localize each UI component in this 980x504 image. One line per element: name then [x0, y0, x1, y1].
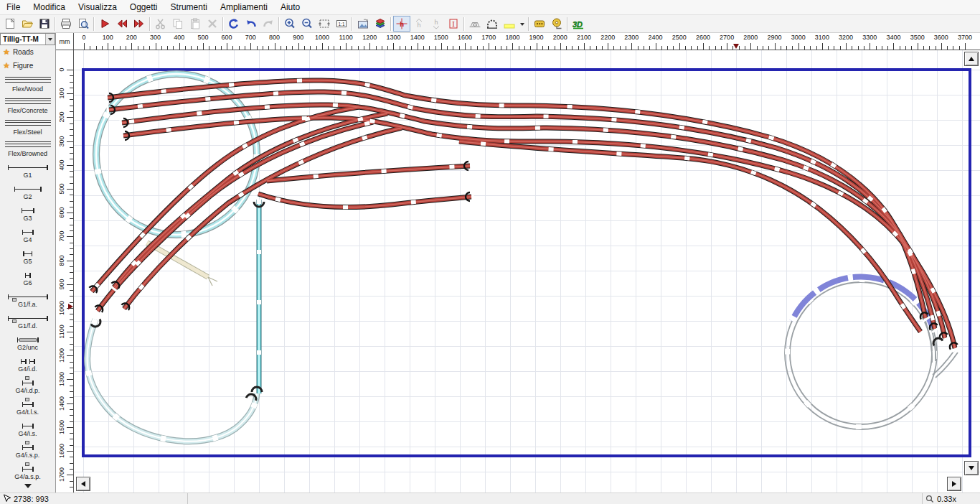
new-button[interactable] — [1, 16, 19, 32]
copy-button[interactable] — [169, 16, 187, 32]
print-preview-button[interactable] — [75, 16, 92, 32]
bridge-button[interactable] — [466, 16, 484, 32]
ruler-tick — [733, 44, 739, 50]
library-item-g4isp[interactable]: G4/i.s.p. — [0, 439, 55, 460]
library-item-g6[interactable]: G6 — [0, 266, 55, 288]
scroll-down-button[interactable] — [964, 461, 979, 475]
ruler-tick — [882, 46, 882, 50]
undo-button[interactable] — [242, 16, 260, 32]
library-item-g1[interactable]: G1 — [0, 159, 55, 180]
layers-button[interactable] — [372, 16, 389, 32]
scroll-right-button[interactable] — [947, 477, 961, 491]
selector-dropdown-button[interactable] — [45, 34, 55, 45]
library-item-g4tls[interactable]: G4/t.l.s. — [0, 396, 55, 417]
ruler-label: 1000 — [311, 34, 333, 41]
menu-oggetti[interactable]: Oggetti — [123, 1, 164, 14]
ruler-tick — [364, 46, 364, 50]
rewind-button[interactable] — [113, 16, 131, 32]
forward-button[interactable] — [131, 16, 148, 32]
library-item-g1fa[interactable]: G1/f.a. — [0, 288, 55, 309]
ruler-horizontal[interactable]: 0100200300400500600700800900100011001200… — [74, 33, 980, 50]
open-button[interactable] — [19, 16, 36, 32]
run-button[interactable] — [96, 16, 113, 32]
tunnel-button[interactable] — [484, 16, 501, 32]
library-item-g4[interactable]: G4 — [0, 223, 55, 245]
ruler-tick — [70, 218, 73, 219]
ruler-tick — [400, 46, 400, 50]
highlight-dropdown[interactable] — [518, 16, 527, 32]
menu-file[interactable]: File — [0, 1, 27, 14]
save-button[interactable] — [36, 16, 53, 32]
print-button[interactable] — [57, 16, 75, 32]
view-3d-button[interactable]: 3D — [570, 16, 587, 32]
tape-measure-button[interactable] — [548, 16, 565, 32]
library-item-g3[interactable]: G3 — [0, 202, 55, 223]
zoom-actual-button[interactable]: 1:1 — [333, 16, 350, 32]
ruler-tick — [70, 266, 73, 267]
ruler-tick — [96, 46, 97, 50]
ruler-tick — [310, 46, 311, 50]
library-item-flex-concrete[interactable]: Flex/Concrete — [0, 94, 55, 116]
new-siding-track[interactable] — [147, 243, 217, 286]
zoom-window-button[interactable] — [316, 16, 333, 32]
height-down-icon: h — [430, 17, 443, 30]
ruler-tick — [143, 46, 144, 50]
scroll-up-button[interactable] — [964, 52, 979, 66]
menu-aiuto[interactable]: Aiuto — [274, 1, 306, 14]
library-item-g2unc[interactable]: G2/unc — [0, 331, 55, 353]
ruler-vertical[interactable]: 0100200300400500600700800900100011001200… — [56, 50, 74, 493]
library-item-roads[interactable]: ★ Roads — [0, 45, 55, 59]
lower-height-button[interactable]: h — [428, 16, 445, 32]
height-button[interactable]: h — [393, 16, 410, 32]
library-item-g5[interactable]: G5 — [0, 245, 55, 266]
rotate-button[interactable] — [225, 16, 242, 32]
tunnel-icon — [486, 17, 499, 30]
paste-button[interactable] — [187, 16, 204, 32]
raise-height-button[interactable]: h — [410, 16, 428, 32]
ruler-tick — [810, 46, 811, 50]
library-item-g4idp[interactable]: G4/i.d.p. — [0, 374, 55, 396]
contact-track-icon — [22, 444, 34, 450]
scroll-left-button[interactable] — [76, 477, 90, 491]
highlight-button[interactable] — [501, 16, 518, 32]
delete-button[interactable] — [204, 16, 221, 32]
text-button[interactable]: I — [445, 16, 462, 32]
ruler-tick — [70, 82, 73, 83]
redo-button[interactable] — [260, 16, 277, 32]
library-item-flex-browned[interactable]: Flex/Browned — [0, 137, 55, 159]
toolbar-separator — [463, 17, 465, 31]
ruler-label: 1300 — [382, 34, 404, 41]
ruler-label: 3400 — [882, 34, 904, 41]
library-scroll-down[interactable] — [24, 484, 32, 492]
ruler-tick — [369, 43, 370, 50]
star-icon: ★ — [3, 61, 10, 70]
menu-visualizza[interactable]: Visualizza — [72, 1, 123, 14]
ruler-tick — [602, 46, 603, 50]
zoom-out-button[interactable] — [298, 16, 316, 32]
menu-strumenti[interactable]: Strumenti — [164, 1, 214, 14]
menu-ampliamenti[interactable]: Ampliamenti — [214, 1, 274, 14]
menu-modifica[interactable]: Modifica — [27, 1, 72, 14]
track-plan[interactable] — [74, 50, 980, 493]
background-image-button[interactable] — [354, 16, 372, 32]
ruler-tick — [70, 457, 73, 457]
library-item-figure[interactable]: ★ Figure — [0, 59, 55, 73]
zoom-in-button[interactable] — [281, 16, 298, 32]
ruler-label: 1400 — [407, 34, 428, 41]
ruler-tick — [70, 243, 73, 243]
track-system-selector[interactable]: Tillig-TT-M — [0, 33, 55, 45]
ruler-tick — [70, 463, 73, 464]
cut-button[interactable] — [152, 16, 169, 32]
hidden-loop-track[interactable] — [88, 319, 257, 442]
ruler-tick — [911, 46, 912, 50]
library-item-flex-steel[interactable]: Flex/Steel — [0, 116, 55, 137]
plan-canvas[interactable] — [74, 50, 980, 493]
library-item-flex-wood[interactable]: Flex/Wood — [0, 73, 55, 94]
electric-box-button[interactable] — [531, 16, 548, 32]
library-item-g4asp[interactable]: G4/a.s.p. — [0, 460, 55, 482]
library-item-g1fd[interactable]: G1/f.d. — [0, 309, 55, 331]
library-item-g2[interactable]: G2 — [0, 180, 55, 202]
library-item-g4id[interactable]: G4/i.d. — [0, 353, 55, 374]
ruler-tick — [608, 43, 608, 50]
library-item-g4is[interactable]: G4/i.s. — [0, 417, 55, 439]
